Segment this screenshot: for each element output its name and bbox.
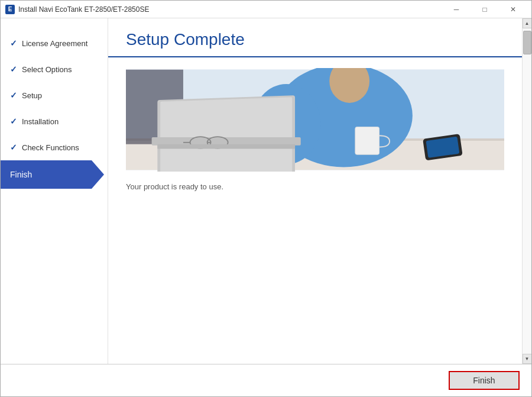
sidebar-label-license: License Agreement	[22, 39, 87, 48]
sidebar-label-installation: Installation	[22, 117, 59, 126]
finish-button[interactable]: Finish	[449, 371, 520, 390]
window-title: Install Navi EcoTank ET-2850/ET-2850SE	[18, 5, 149, 14]
content-area: Setup Complete	[108, 18, 522, 364]
check-icon-functions: ✓	[10, 143, 17, 152]
svg-rect-10	[152, 137, 301, 146]
sidebar-label-functions: Check Functions	[22, 143, 79, 152]
sidebar-item-installation: ✓ Installation	[1, 108, 108, 134]
ready-text: Your product is ready to use.	[126, 182, 504, 191]
check-icon-setup: ✓	[10, 91, 17, 100]
sidebar-item-finish-active: Finish	[1, 160, 104, 189]
scroll-up-button[interactable]: ▲	[523, 18, 532, 28]
window-controls: ─ □ ✕	[443, 1, 527, 18]
svg-rect-18	[157, 144, 295, 149]
minimize-button[interactable]: ─	[443, 1, 470, 18]
hero-svg	[126, 68, 504, 172]
content-header: Setup Complete	[108, 18, 522, 57]
footer: Finish	[1, 364, 531, 396]
maximize-button[interactable]: □	[471, 1, 498, 18]
app-icon: E	[5, 5, 15, 14]
title-bar-left: E Install Navi EcoTank ET-2850/ET-2850SE	[5, 5, 149, 14]
check-icon-installation: ✓	[10, 117, 17, 126]
sidebar-label-setup: Setup	[22, 91, 42, 100]
right-panel: Setup Complete	[108, 18, 531, 364]
scrollbar[interactable]: ▲ ▼	[522, 18, 531, 364]
page-title: Setup Complete	[126, 30, 504, 49]
svg-rect-9	[160, 97, 292, 172]
sidebar-item-license-agreement: ✓ License Agreement	[1, 30, 108, 56]
sidebar-item-setup: ✓ Setup	[1, 82, 108, 108]
main-content: ✓ License Agreement ✓ Select Options ✓ S…	[1, 18, 531, 364]
main-window: E Install Navi EcoTank ET-2850/ET-2850SE…	[0, 0, 532, 397]
title-bar: E Install Navi EcoTank ET-2850/ET-2850SE…	[1, 1, 531, 18]
sidebar-active-label: Finish	[10, 170, 32, 179]
scroll-down-button[interactable]: ▼	[523, 354, 532, 364]
hero-image	[126, 68, 504, 172]
close-button[interactable]: ✕	[499, 1, 527, 18]
content-body: Your product is ready to use.	[108, 57, 522, 364]
svg-rect-15	[355, 127, 379, 155]
check-icon-license: ✓	[10, 38, 17, 48]
sidebar-label-options: Select Options	[22, 65, 72, 74]
check-icon-options: ✓	[10, 64, 17, 74]
sidebar: ✓ License Agreement ✓ Select Options ✓ S…	[1, 18, 108, 364]
scrollbar-thumb[interactable]	[523, 31, 531, 54]
sidebar-item-check-functions: ✓ Check Functions	[1, 134, 108, 160]
sidebar-item-select-options: ✓ Select Options	[1, 56, 108, 82]
